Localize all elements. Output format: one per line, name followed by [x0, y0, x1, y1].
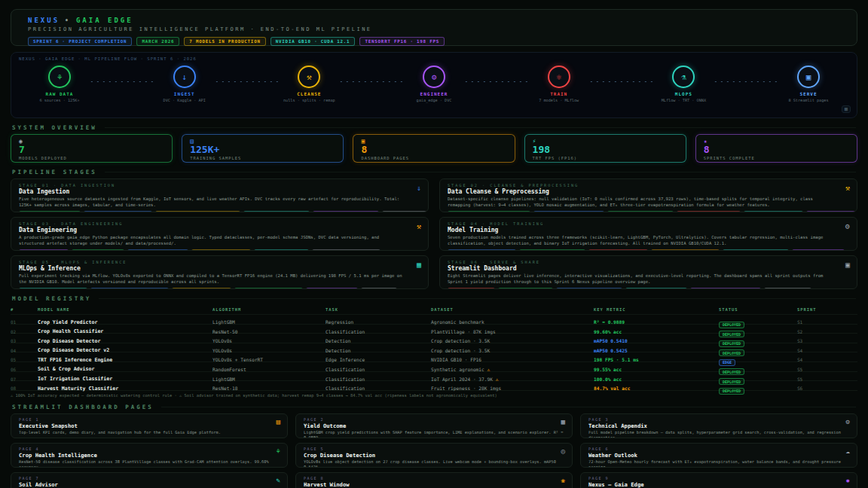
- sprint-cell: S4: [797, 348, 857, 353]
- node-circle: ⚗: [672, 66, 695, 88]
- table-row[interactable]: 02Crop Health ClassifierResNet-50Classif…: [11, 325, 857, 334]
- brain-icon: ✹: [846, 477, 850, 484]
- dashboard-page-card[interactable]: PAGE 8Harvest WindowResNet-18 ripeness c…: [295, 472, 573, 488]
- section-label: STREAMLIT DASHBOARD PAGES: [12, 404, 154, 410]
- column-header: DATASET: [431, 307, 594, 312]
- stage-description: Dataset-specific cleanse pipelines: null…: [448, 197, 836, 209]
- dashboard-page-card[interactable]: PAGE 1Executive SnapshotTop-level KPI ca…: [11, 413, 288, 438]
- node-circle: ⚙: [423, 66, 445, 88]
- overview-card: ▤125K+TRAINING SAMPLES: [182, 134, 344, 163]
- section-rule: [99, 298, 856, 299]
- overview-value: 7: [19, 145, 164, 155]
- pipeline-node[interactable]: ⚛TRAIN7 models · MLflow: [532, 66, 586, 102]
- section-dashboard-pages: STREAMLIT DASHBOARD PAGES: [12, 404, 856, 410]
- column-header: TASK: [326, 307, 431, 312]
- pipeline-flow: ⚘RAW DATA6 sources · 125K+↓INGESTDVC · K…: [19, 61, 849, 102]
- dashboard-page-card[interactable]: PAGE 2Yield OutcomeLightGBM crop yield p…: [295, 413, 573, 438]
- stage-description: Full experiment tracking via MLflow. YOL…: [19, 273, 407, 285]
- stage-card: STAGE 06 · SERVE & SHAREStreamlit Dashbo…: [439, 255, 857, 289]
- page-description: YOLOv8s live object detection on 27 crop…: [304, 459, 564, 468]
- particle-trail: [89, 81, 155, 83]
- node-caption: nulls · splits · remap: [283, 98, 335, 102]
- gear-icon: ⚙: [432, 72, 437, 82]
- node-label: INGEST: [174, 91, 195, 96]
- section-label: MODEL REGISTRY: [12, 295, 91, 302]
- stage-tag: Live model inference: [498, 288, 552, 289]
- dashboard-page-card[interactable]: PAGE 5Crop Disease DetectionYOLOv8s live…: [295, 443, 573, 468]
- page-description: LightGBM crop yield predictions with SHA…: [304, 430, 564, 438]
- table-row[interactable]: 04Crop Disease Detector v2YOLOv8sDetecti…: [11, 343, 857, 353]
- stage-tag: Artefact versioning: [306, 288, 358, 289]
- model-name: Soil & Crop Advisor: [38, 366, 212, 372]
- model-dataset: Fruit ripeness · 28K imgs: [431, 386, 594, 391]
- pipeline-node[interactable]: ⚙ENGINEERgaia_edge · DVC: [407, 66, 461, 102]
- stage-title: Data Cleanse & Preprocessing: [448, 188, 849, 195]
- page-title: Executive Snapshot: [19, 422, 280, 429]
- dashboard-page-card[interactable]: PAGE 4Crop Health IntelligenceResNet-50 …: [11, 443, 288, 468]
- stage-tag: Weather API integration: [625, 288, 687, 289]
- model-task: Detection: [326, 348, 431, 353]
- table-row[interactable]: 08Harvest Maturity ClassifierResNet-18Cl…: [11, 381, 857, 391]
- table-header-row: #MODEL NAMEALGORITHMTASKDATASETKEY METRI…: [11, 305, 857, 315]
- stage-tag: 198 FPS · 5.1 ms inference: [234, 288, 303, 289]
- column-header: SPRINT: [797, 307, 857, 312]
- pause-button[interactable]: ■: [842, 105, 851, 113]
- overview-value: 198: [533, 145, 678, 155]
- dashboard-page-card[interactable]: PAGE 7Soil AdvisorRandomForest crop reco…: [11, 472, 288, 488]
- table-row[interactable]: 03Crop Disease DetectorYOLOv8sDetectionC…: [11, 334, 857, 343]
- pipeline-node[interactable]: ⚗MLOPSMLflow · TRT · ONNX: [656, 66, 711, 102]
- particle-trail: [463, 81, 530, 83]
- table-row[interactable]: 01Crop Yield PredictorLightGBMRegression…: [11, 315, 857, 325]
- table-row[interactable]: 05TRT FP16 Inference EngineYOLOv8s + Ten…: [11, 352, 857, 362]
- dashboard-page-card[interactable]: PAGE 9Nexus — Gaia EdgeThis page. End-to…: [580, 472, 857, 488]
- section-model-registry: MODEL REGISTRY: [12, 295, 856, 302]
- stage-tag: MLflow experiment tracking: [19, 288, 87, 289]
- model-task: Classification: [326, 329, 431, 334]
- stage-description: Eight Streamlit pages deliver live infer…: [448, 273, 836, 285]
- page-title: Soil Advisor: [19, 481, 280, 488]
- sprint-cell: S4: [797, 357, 857, 362]
- node-label: MLOPS: [675, 91, 692, 96]
- table-row[interactable]: 06Soil & Crop AdvisorRandomForestClassif…: [11, 362, 857, 372]
- model-task: Edge Inference: [326, 357, 431, 362]
- warning-icon: ⚠: [487, 367, 491, 372]
- stage-tag: Responsive layout: [764, 288, 811, 289]
- dashboard-page-card[interactable]: PAGE 3Technical AppendixFull model pipel…: [580, 413, 857, 438]
- overview-card: ★8SPRINTS COMPLETE: [695, 134, 857, 163]
- section-pipeline-stages: PIPELINE STAGES: [12, 169, 856, 175]
- table-row[interactable]: 07IoT Irrigation ClassifierLightGBMClass…: [11, 372, 857, 382]
- overview-label: DASHBOARD PAGES: [361, 156, 506, 160]
- stage-tag: ONNX export · opset 17: [172, 288, 231, 289]
- dashboard-page-card[interactable]: PAGE 6Weather Outlook72-hour Open-Meteo …: [580, 443, 857, 468]
- page-eyebrow: PAGE 7: [19, 476, 280, 480]
- stage-eyebrow: STAGE 01 · DATA INGESTION: [19, 183, 420, 188]
- inbox-icon: ⇓: [417, 184, 421, 192]
- model-algorithm: ResNet-18: [212, 386, 326, 391]
- model-dataset: PlantVillage · 87K imgs: [431, 329, 594, 334]
- model-name: Crop Disease Detector: [38, 338, 212, 344]
- dashboard-pages-grid: PAGE 1Executive SnapshotTop-level KPI ca…: [11, 413, 857, 488]
- pipeline-node[interactable]: ↓INGESTDVC · Kaggle · API: [157, 66, 212, 102]
- particle-trail: [588, 81, 655, 83]
- cloud-icon: ☁: [846, 447, 850, 455]
- pipeline-node[interactable]: ⚘RAW DATA6 sources · 125K+: [32, 66, 87, 102]
- stage-tag: DVC pipeline: [361, 288, 396, 289]
- stage-tag: weather_openmeteo.py: [254, 249, 308, 251]
- model-dataset: Crop detection · 3.5K: [431, 338, 594, 343]
- model-task: Regression: [326, 319, 431, 325]
- pipeline-node[interactable]: ▣SERVE8 Streamlit pages: [781, 66, 836, 102]
- model-algorithm: ResNet-50: [212, 329, 326, 334]
- page-description: 72-hour Open-Meteo hourly forecast with …: [588, 459, 849, 468]
- robot-icon: ◉: [19, 139, 164, 145]
- section-label: PIPELINE STAGES: [12, 169, 97, 175]
- stage-tag: Plotly interactive charts: [556, 288, 622, 289]
- model-dataset: Synthetic agronomic ⚠: [431, 367, 594, 372]
- page-title: Weather Outlook: [588, 452, 849, 459]
- header-badge: NVIDIA GB10 · CUDA 12.1: [270, 37, 356, 46]
- monitor-icon: ▣: [361, 139, 506, 145]
- pipeline-node[interactable]: ⚒CLEANSEnulls · splits · remap: [282, 66, 336, 102]
- stage-tag: schema.json per dataset: [127, 249, 189, 251]
- brand-separator: •: [65, 17, 71, 24]
- stage-tag: Crop Yield · 2,200 rows: [19, 211, 81, 212]
- page-eyebrow: PAGE 5: [304, 447, 564, 451]
